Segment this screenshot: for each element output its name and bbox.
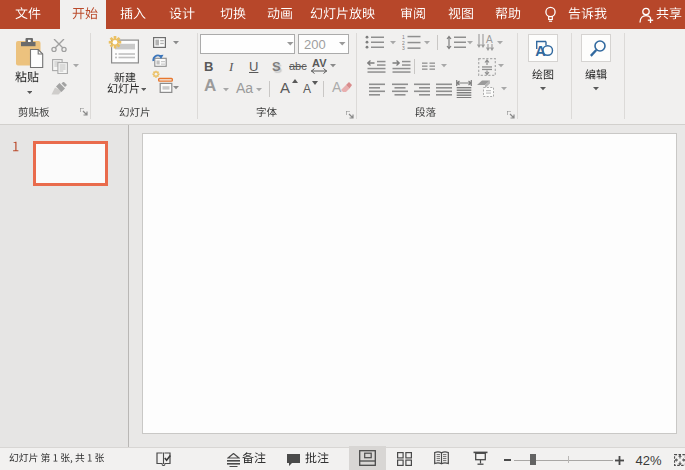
svg-text:A: A — [486, 34, 493, 45]
svg-text:3: 3 — [402, 45, 405, 51]
svg-text:A: A — [535, 43, 546, 59]
